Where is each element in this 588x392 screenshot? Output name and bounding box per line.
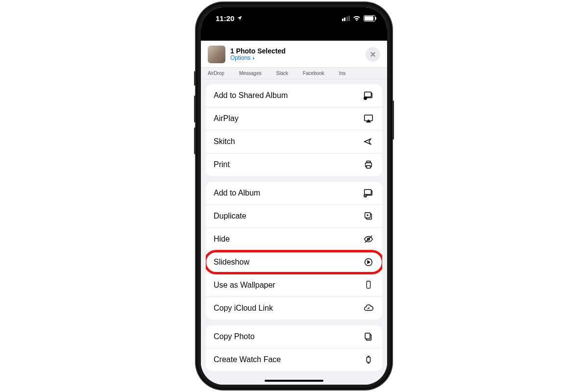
action-print[interactable]: Print	[206, 153, 382, 176]
watch-icon	[363, 354, 374, 365]
action-duplicate[interactable]: Duplicate	[206, 205, 382, 228]
svg-rect-5	[367, 161, 370, 163]
cellular-signal-icon	[342, 16, 350, 21]
airplay-icon	[363, 113, 374, 124]
sheet-title: 1 Photo Selected	[230, 48, 361, 55]
skitch-icon	[363, 136, 374, 147]
add-album-icon	[363, 188, 374, 198]
copy-icon	[363, 331, 374, 342]
action-slideshow[interactable]: Slideshow	[206, 251, 382, 274]
play-circle-icon	[363, 257, 374, 268]
silent-switch	[194, 71, 196, 86]
share-target-messages[interactable]: Messages	[239, 71, 262, 76]
action-icloud-link[interactable]: Copy iCloud Link	[206, 297, 382, 319]
location-arrow-icon	[237, 15, 243, 21]
action-label: Add to Album	[214, 189, 260, 197]
battery-icon	[364, 15, 375, 22]
action-watch-face[interactable]: Create Watch Face	[206, 348, 382, 371]
action-skitch[interactable]: Skitch	[206, 130, 382, 153]
svg-point-2	[364, 97, 367, 100]
share-sheet-header: 1 Photo Selected Options	[201, 41, 387, 68]
shared-album-icon	[363, 90, 374, 101]
volume-up-button	[194, 96, 196, 122]
print-icon	[363, 159, 374, 170]
action-add-shared-album[interactable]: Add to Shared Album	[206, 84, 382, 107]
options-button[interactable]: Options	[230, 55, 361, 61]
action-label: Slideshow	[214, 258, 249, 267]
svg-rect-17	[367, 357, 370, 363]
power-button	[392, 100, 394, 140]
action-hide[interactable]: Hide	[206, 228, 382, 251]
action-label: Copy iCloud Link	[214, 304, 273, 313]
home-indicator[interactable]	[265, 380, 323, 382]
share-sheet: 1 Photo Selected Options AirDrop Message…	[201, 41, 387, 385]
action-label: Print	[214, 160, 230, 169]
action-label: Duplicate	[214, 212, 246, 220]
share-target-more[interactable]: Ins	[339, 71, 345, 76]
action-wallpaper[interactable]: Use as Wallpaper	[206, 274, 382, 297]
notch	[252, 7, 336, 21]
wifi-icon	[353, 15, 361, 21]
action-airplay[interactable]: AirPlay	[206, 107, 382, 130]
action-copy-photo[interactable]: Copy Photo	[206, 325, 382, 348]
action-label: Use as Wallpaper	[214, 281, 275, 290]
share-target-airdrop[interactable]: AirDrop	[208, 71, 224, 76]
svg-rect-16	[365, 333, 370, 339]
action-add-to-album[interactable]: Add to Album	[206, 182, 382, 205]
duplicate-icon	[363, 211, 374, 221]
cloud-link-icon	[363, 303, 374, 314]
status-time: 11:20	[216, 14, 234, 23]
volume-down-button	[194, 127, 196, 154]
close-icon	[370, 51, 376, 57]
svg-rect-6	[367, 166, 370, 169]
svg-rect-1	[365, 92, 371, 97]
action-label: AirPlay	[214, 114, 239, 123]
phone-icon	[363, 280, 374, 291]
actions-list[interactable]: Add to Shared Album AirPlay Skitch	[201, 79, 387, 385]
action-label: Hide	[214, 235, 230, 244]
action-label: Create Watch Face	[214, 355, 281, 364]
photo-thumbnail[interactable]	[208, 46, 225, 63]
chevron-right-icon	[251, 56, 255, 60]
action-label: Skitch	[214, 137, 235, 146]
share-targets-row[interactable]: AirDrop Messages Slack Facebook Ins	[201, 68, 387, 79]
actions-group-2: Add to Album Duplicate Hide	[206, 182, 382, 319]
svg-rect-14	[367, 281, 370, 289]
sheet-backdrop	[201, 29, 387, 41]
action-label: Add to Shared Album	[214, 91, 288, 100]
action-label: Copy Photo	[214, 332, 255, 341]
hide-icon	[363, 234, 374, 245]
actions-group-1: Add to Shared Album AirPlay Skitch	[206, 84, 382, 176]
close-button[interactable]	[366, 47, 380, 62]
phone-screen: 11:20 1 Photo Selected Options	[201, 7, 387, 385]
phone-frame: 11:20 1 Photo Selected Options	[196, 2, 392, 390]
svg-rect-8	[365, 190, 371, 195]
share-target-facebook[interactable]: Facebook	[303, 71, 324, 76]
options-label: Options	[230, 55, 250, 61]
actions-group-3: Copy Photo Create Watch Face	[206, 325, 382, 371]
share-target-slack[interactable]: Slack	[276, 71, 288, 76]
